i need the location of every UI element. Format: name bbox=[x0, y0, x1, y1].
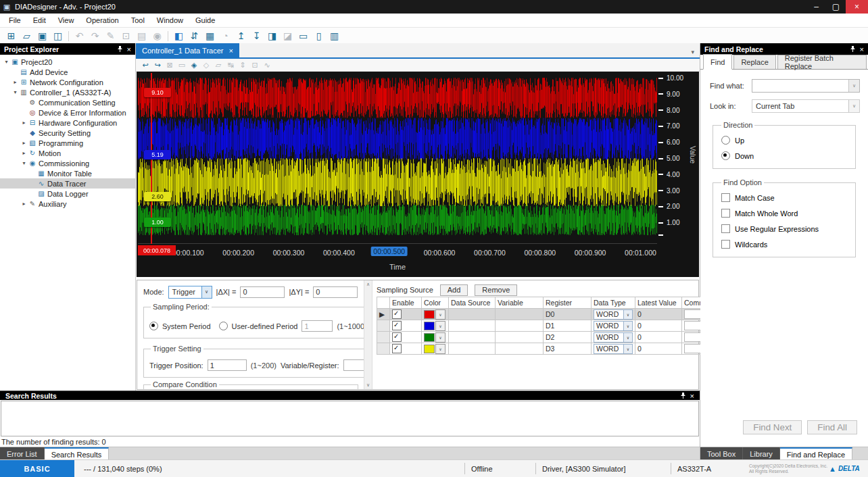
row-selector-cell[interactable]: ▶ bbox=[377, 309, 390, 320]
close-button[interactable]: × bbox=[846, 0, 868, 14]
tree-item-network-configuration[interactable]: ▸⊞Network Configuration bbox=[0, 77, 135, 87]
maximize-button[interactable]: ▢ bbox=[826, 0, 846, 14]
enable-checkbox[interactable] bbox=[392, 332, 402, 342]
bottom-tab-search-results[interactable]: Search Results bbox=[45, 447, 110, 460]
redo-icon[interactable]: ↷ bbox=[87, 29, 103, 43]
expand-arrow-icon[interactable]: ▸ bbox=[20, 140, 28, 146]
tab-close-icon[interactable]: × bbox=[228, 47, 233, 55]
wildcards-checkbox[interactable] bbox=[721, 240, 730, 249]
tab-register-batch-replace[interactable]: Register Batch Replace bbox=[777, 55, 867, 69]
direction-down-radio[interactable] bbox=[721, 151, 730, 160]
system-period-radio[interactable] bbox=[149, 322, 158, 330]
tree-item-monitor-table[interactable]: ▦Monitor Table bbox=[0, 168, 135, 178]
online-monitor-icon[interactable]: ◧ bbox=[171, 29, 187, 43]
color-dropdown-icon[interactable]: ∨ bbox=[435, 344, 445, 354]
menu-operation[interactable]: Operation bbox=[80, 14, 124, 27]
menu-view[interactable]: View bbox=[52, 14, 80, 27]
panel-close-icon[interactable]: × bbox=[127, 46, 131, 53]
data-source-cell[interactable] bbox=[449, 332, 496, 343]
unlink-device-icon[interactable]: ◪ bbox=[280, 29, 295, 43]
tree-item-add-device[interactable]: ▤Add Device bbox=[0, 67, 135, 77]
variable-register-input[interactable] bbox=[343, 359, 364, 371]
panel-tab-library[interactable]: Library bbox=[743, 447, 780, 460]
tree-item-programming[interactable]: ▸▧Programming bbox=[0, 138, 135, 148]
tab-list-caret-icon[interactable]: ▾ bbox=[691, 49, 694, 55]
tab-replace[interactable]: Replace bbox=[733, 55, 775, 69]
menu-file[interactable]: File bbox=[3, 14, 27, 27]
register-cell[interactable]: D3 bbox=[544, 343, 592, 355]
match-whole-word-checkbox[interactable] bbox=[721, 209, 730, 218]
delta-y-input[interactable] bbox=[313, 286, 358, 298]
record-icon[interactable]: ◉ bbox=[149, 29, 165, 43]
undo-icon[interactable]: ↶ bbox=[72, 29, 87, 43]
xy-view-icon[interactable]: ⊠ bbox=[164, 61, 176, 70]
edit-icon[interactable]: ✎ bbox=[103, 29, 118, 43]
register-cell[interactable]: D0 bbox=[544, 309, 592, 320]
panel-tab-find-and-replace[interactable]: Find and Replace bbox=[780, 447, 852, 460]
stop-screen-icon[interactable]: ▯ bbox=[311, 29, 327, 43]
tree-item-data-tracer[interactable]: ∿Data Tracer bbox=[0, 178, 135, 189]
menu-edit[interactable]: Edit bbox=[27, 14, 52, 27]
run-screen-icon[interactable]: ▭ bbox=[295, 29, 311, 43]
minimize-button[interactable]: – bbox=[806, 0, 826, 14]
capture-icon[interactable]: ▭ bbox=[176, 61, 188, 70]
data-type-select[interactable]: WORD∨ bbox=[594, 332, 633, 343]
cursor-tool-icon[interactable]: ◈ bbox=[188, 61, 200, 70]
bottom-tab-error-list[interactable]: Error List bbox=[0, 447, 45, 460]
expand-arrow-icon[interactable]: ▸ bbox=[20, 120, 28, 126]
cursor-tool-2-icon[interactable]: ◇ bbox=[200, 61, 212, 70]
variable-cell[interactable] bbox=[496, 343, 544, 355]
measure-horizontal-icon[interactable]: ↹ bbox=[224, 61, 237, 70]
measure-vertical-icon[interactable]: ⇕ bbox=[237, 61, 249, 70]
use-regular-expressions-checkbox[interactable] bbox=[721, 224, 730, 233]
tree-item-controller-1-as332t-a[interactable]: ▾▥Controller_1 (AS332T-A) bbox=[0, 87, 135, 97]
expand-arrow-icon[interactable]: ▸ bbox=[20, 201, 28, 207]
save-all-icon[interactable]: ◫ bbox=[50, 29, 66, 43]
row-selector-cell[interactable] bbox=[377, 332, 390, 343]
tree-item-hardware-configuration[interactable]: ▸⊟Hardware Configuration bbox=[0, 118, 135, 128]
scroll-up-icon[interactable]: ∧ bbox=[366, 282, 370, 287]
tree-item-auxiliary[interactable]: ▸✎Auxiliary bbox=[0, 199, 135, 209]
export-trace-icon[interactable]: ↪ bbox=[151, 61, 164, 70]
tree-item-security-setting[interactable]: ◆Security Setting bbox=[0, 128, 135, 138]
table-row[interactable]: ▶∨D0WORD∨0 bbox=[377, 309, 727, 320]
expand-arrow-icon[interactable]: ▸ bbox=[11, 79, 19, 85]
zoom-region-icon[interactable]: ⊡ bbox=[249, 61, 261, 70]
tree-item-data-logger[interactable]: ▨Data Logger bbox=[0, 189, 135, 199]
data-source-cell[interactable] bbox=[449, 309, 496, 320]
data-type-select[interactable]: WORD∨ bbox=[594, 321, 633, 331]
data-type-select[interactable]: WORD∨ bbox=[594, 344, 633, 354]
table-row[interactable]: ∨D2WORD∨0 bbox=[377, 332, 727, 343]
add-button[interactable]: Add bbox=[440, 284, 468, 296]
new-project-icon[interactable]: ⊞ bbox=[3, 29, 19, 43]
enable-checkbox[interactable] bbox=[392, 344, 402, 353]
save-icon[interactable]: ▣ bbox=[34, 29, 50, 43]
scroll-down-icon[interactable]: ∨ bbox=[366, 382, 370, 388]
tab-controller1-data-tracer[interactable]: Controller_1 Data Tracer × bbox=[136, 43, 239, 57]
enable-checkbox[interactable] bbox=[392, 309, 402, 319]
user-period-radio[interactable] bbox=[219, 322, 228, 330]
chart-canvas[interactable] bbox=[138, 73, 657, 244]
tree-item-project20[interactable]: ▾▣Project20 bbox=[0, 57, 135, 67]
data-source-cell[interactable] bbox=[449, 343, 496, 355]
download-program-icon[interactable]: ⇵ bbox=[187, 29, 202, 43]
register-cell[interactable]: D2 bbox=[544, 332, 592, 343]
enable-checkbox[interactable] bbox=[392, 321, 402, 330]
variable-cell[interactable] bbox=[496, 309, 544, 320]
edit-view-icon[interactable]: ▱ bbox=[212, 61, 224, 70]
panel-close-icon[interactable]: × bbox=[690, 393, 694, 399]
tree-item-device-error-information[interactable]: ◎Device & Error Information bbox=[0, 107, 135, 118]
menu-window[interactable]: Window bbox=[151, 14, 189, 27]
gauge-icon[interactable]: ◔ bbox=[218, 29, 233, 43]
upload-project-icon[interactable]: ↥ bbox=[233, 29, 249, 43]
chevron-down-icon[interactable]: ∨ bbox=[848, 80, 859, 92]
find-all-button[interactable]: Find All bbox=[807, 420, 857, 434]
match-case-checkbox[interactable] bbox=[721, 193, 730, 202]
direction-up-radio[interactable] bbox=[721, 136, 730, 145]
paste-icon[interactable]: ▤ bbox=[134, 29, 149, 43]
pin-icon[interactable] bbox=[117, 46, 123, 53]
tab-find[interactable]: Find bbox=[703, 54, 732, 70]
pin-icon[interactable] bbox=[680, 393, 686, 399]
mode-select[interactable]: Trigger ∨ bbox=[168, 286, 212, 299]
find-next-button[interactable]: Find Next bbox=[743, 420, 802, 434]
